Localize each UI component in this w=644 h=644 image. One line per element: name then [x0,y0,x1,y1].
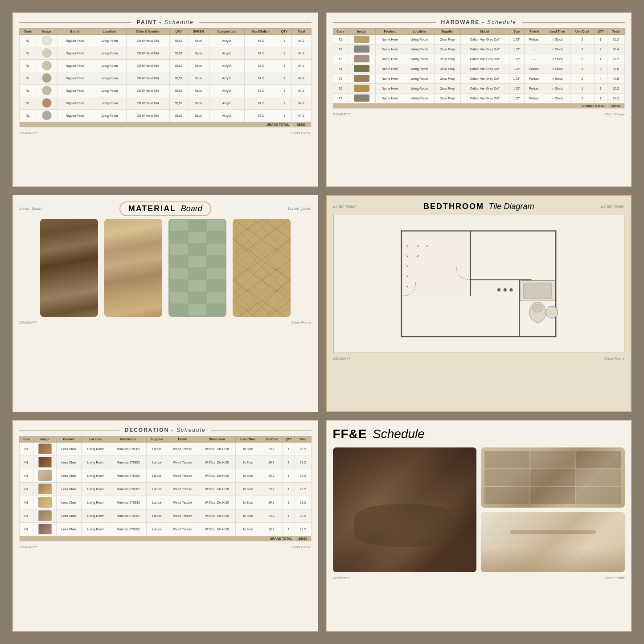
paint-title: PAINT - Schedule [131,19,199,25]
col-color: Color & Number [126,29,169,35]
dec-manuf: Manufac 076382 [110,443,147,456]
hw-col-product: Product [376,29,404,35]
ffe-title: FF&E Schedule [333,427,625,441]
paint-brand: Nippon Paint [57,97,92,110]
decoration-table-row: N1 Lexs Chair Living Room Manufac 076382… [20,469,312,483]
paint-grand-total-value: $8080 [291,122,311,127]
decoration-footer-date: DD/MM/YY [19,545,37,549]
paint-location: Living Room [92,97,126,110]
ffe-footer-date: DD/MM/YY [333,576,351,580]
hw-lead: In Stock [544,94,570,103]
hw-col-cost: Unit/Cost [570,29,595,35]
dec-code: N1 [20,509,33,523]
dec-location: Living Room [82,496,110,509]
svg-text:×: × [427,244,429,248]
dec-finish: Wood Texture [167,456,198,469]
hw-finish: - [524,45,544,54]
svg-text:×: × [406,244,409,248]
dec-lead: In Stoc [236,469,260,483]
paint-qty: 1 [277,85,291,97]
dec-supplier: Lordse [147,443,167,456]
paint-total: 64.2 [291,72,311,85]
decoration-footer: DD/MM/YY Client Frame [19,545,312,549]
material-subtitle-left: Loram Ipsum [19,206,43,211]
paint-swatch-cell [36,72,57,85]
hardware-table-row: T6 Name Here Living Room Zeus Prop Cotto… [333,84,625,94]
hw-total: 10.2 [607,54,624,64]
paint-total: 64.2 [291,60,311,72]
material-title-sub: Board [181,204,202,213]
svg-rect-12 [524,283,552,299]
paint-lrv: 55,52 [169,60,188,72]
bedroom-footer-client: Client Frame [604,357,624,361]
hw-code: T2 [333,45,348,54]
dec-manuf: Manufac 076382 [110,496,147,509]
paint-location: Living Room [92,85,126,97]
dec-qty: 1 [283,523,295,536]
hardware-header: HARDWARE - Schedule [333,19,625,25]
hw-size: 1.72" [509,84,524,94]
dec-lead: In Stoc [236,483,260,496]
paint-color: Off White W784 [126,72,169,85]
hw-location: Living Room [404,45,434,54]
col-brand: Brand [57,29,92,35]
hw-col-location: Location [404,29,434,35]
paint-sheen: Satin [188,110,209,122]
hw-col-supplier: Supplier [435,29,460,35]
decoration-grand-total-value: $8080 [295,536,311,541]
paint-total: 64.2 [291,85,311,97]
paint-table-row: N1 Nippon Paint Living Room Off White W7… [20,35,312,47]
paint-qty: 1 [277,97,291,110]
dec-col-finish: Finish [167,436,198,443]
hw-lead: In Stock [544,64,570,74]
floor-plan-svg: × × × × × × × × [345,223,612,345]
dec-image-cell [33,456,57,469]
bedroom-tile-panel: Loram Ipsum BEDTHROOM Tile Diagram Loram… [326,195,632,413]
hw-qty: 1 [594,54,607,64]
paint-lrv: 55,52 [169,85,188,97]
paint-table-row: N1 Nippon Paint Living Room Off White W7… [20,72,312,85]
paint-table-row: N1 Nippon Paint Living Room Off White W7… [20,97,312,110]
dec-col-manuf: Manfacture [110,436,147,443]
svg-rect-4 [233,219,291,317]
dec-code: N1 [20,469,33,483]
paint-brand: Nippon Paint [57,110,92,122]
paint-location: Living Room [92,60,126,72]
svg-point-26 [510,288,513,291]
hw-supplier: Zeus Prop [435,94,460,103]
paint-brand: Nippon Paint [57,85,92,97]
paint-total: 64.2 [291,47,311,60]
hw-total: 20.4 [607,45,624,54]
hw-model: Cotton Van Grey Doff [460,64,509,74]
dec-code: N1 [20,443,33,456]
hardware-schedule-panel: HARDWARE - Schedule Code Image Product L… [326,12,632,187]
dec-col-product: Product [56,436,81,443]
svg-point-15 [546,306,558,318]
svg-text:×: × [406,264,409,268]
hw-image-cell [348,64,375,74]
bedroom-title-main: BEDTHROOM [423,202,484,211]
svg-rect-10 [402,232,470,295]
dec-col-qty: QTY [283,436,295,443]
svg-point-25 [504,288,507,291]
hw-location: Living Room [404,54,434,64]
dec-location: Living Room [82,469,110,483]
paint-location: Living Room [92,47,126,60]
dec-qty: 1 [283,443,295,456]
paint-sheen: Satin [188,97,209,110]
paint-swatch-cell [36,35,57,47]
dec-manuf: Manufac 076382 [110,509,147,523]
material-subtitle-right: Loram Ipsum [288,206,312,211]
dec-location: Living Room [82,483,110,496]
dec-product: Lexs Chair [56,483,81,496]
paint-color: Off White W784 [126,47,169,60]
hardware-table-row: T2 Name Here Living Room Zeus Prop Cotto… [333,45,625,54]
paint-sheen: Satin [188,85,209,97]
floor-plan: × × × × × × × × [333,215,625,353]
hardware-table-header: Code Image Product Location Supplier Mod… [333,29,625,35]
dec-image-cell [33,509,57,523]
paint-lrv: 55,52 [169,47,188,60]
dec-finish: Wood Texture [167,509,198,523]
dec-dim: W:70xL:10x H:20 [198,456,235,469]
decoration-table-row: N1 Lexs Chair Living Room Manufac 076382… [20,456,312,469]
